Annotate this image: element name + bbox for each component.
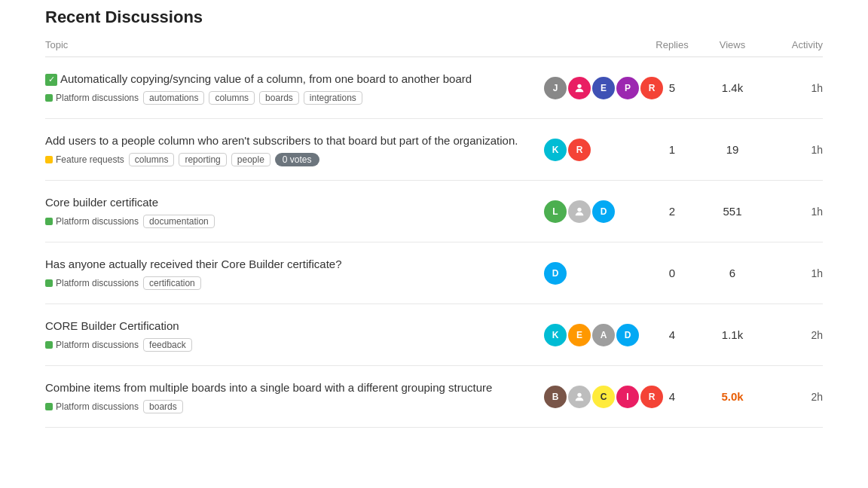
avatars-section: D <box>544 262 642 285</box>
tag[interactable]: boards <box>143 400 183 413</box>
category-dot <box>45 341 53 349</box>
avatars-section: KR <box>544 139 642 161</box>
replies-count: 4 <box>642 390 702 403</box>
avatar: I <box>616 386 639 408</box>
avatar: K <box>544 324 567 346</box>
tag[interactable]: boards <box>259 91 299 105</box>
replies-count: 1 <box>642 143 702 156</box>
activity-time: 1h <box>763 206 823 218</box>
avatar <box>568 386 591 408</box>
category-badge[interactable]: Platform discussions <box>45 93 139 103</box>
tag[interactable]: automations <box>143 91 204 105</box>
table-row: CORE Builder CertificationPlatform discu… <box>45 304 823 366</box>
solved-icon <box>45 74 57 86</box>
topic-title[interactable]: Combine items from multiple boards into … <box>45 380 532 395</box>
category-dot <box>45 218 53 225</box>
page-title: Recent Discussions <box>45 8 823 27</box>
vote-badge[interactable]: 0 votes <box>275 153 319 166</box>
avatar: C <box>592 386 615 408</box>
avatar: E <box>568 324 591 346</box>
category-dot <box>45 156 53 163</box>
topic-title[interactable]: Add users to a people column who aren't … <box>45 133 532 148</box>
activity-time: 2h <box>763 391 823 403</box>
replies-count: 0 <box>642 267 702 279</box>
avatar: E <box>592 77 615 99</box>
meta-row: Platform discussionsfeedback <box>45 338 532 352</box>
topic-section: Automatically copying/syncing value of a… <box>45 71 544 105</box>
avatar: J <box>544 77 567 99</box>
col-header-views: Views <box>702 39 763 50</box>
category-badge[interactable]: Platform discussions <box>45 216 139 227</box>
avatar: B <box>544 386 567 408</box>
discussions-list: Automatically copying/syncing value of a… <box>45 57 823 428</box>
replies-count: 2 <box>642 205 702 218</box>
table-row: Core builder certificatePlatform discuss… <box>45 181 823 242</box>
category-dot <box>45 279 53 287</box>
topic-section: CORE Builder CertificationPlatform discu… <box>45 318 544 352</box>
topic-section: Add users to a people column who aren't … <box>45 133 544 166</box>
category-badge[interactable]: Platform discussions <box>45 401 139 412</box>
avatars-section: LD <box>544 200 642 223</box>
meta-row: Platform discussionsboards <box>45 400 532 413</box>
col-header-activity: Activity <box>763 39 823 50</box>
tag[interactable]: certification <box>143 276 201 290</box>
views-count: 551 <box>702 205 763 218</box>
meta-row: Platform discussionsautomationscolumnsbo… <box>45 91 532 105</box>
avatar: D <box>592 200 615 223</box>
avatar: K <box>544 139 567 161</box>
avatars-section: KEAD <box>544 324 642 346</box>
tag[interactable]: documentation <box>143 215 215 228</box>
avatar <box>568 77 591 99</box>
category-badge[interactable]: Feature requests <box>45 154 124 165</box>
meta-row: Platform discussionsdocumentation <box>45 215 532 228</box>
category-dot <box>45 403 53 410</box>
svg-point-2 <box>577 392 581 396</box>
replies-count: 5 <box>642 81 702 94</box>
col-header-replies: Replies <box>642 39 702 50</box>
table-row: Combine items from multiple boards into … <box>45 366 823 428</box>
topic-title[interactable]: CORE Builder Certification <box>45 318 532 334</box>
topic-title[interactable]: Has anyone actually received their Core … <box>45 256 532 272</box>
svg-point-1 <box>577 207 581 211</box>
tag[interactable]: reporting <box>179 153 226 166</box>
avatar: L <box>544 200 567 223</box>
svg-point-0 <box>577 84 581 87</box>
col-header-topic: Topic <box>45 39 544 50</box>
views-count: 6 <box>702 267 763 279</box>
tag[interactable]: columns <box>129 153 175 166</box>
avatar: P <box>616 77 639 99</box>
meta-row: Feature requestscolumnsreportingpeople0 … <box>45 153 532 166</box>
views-count: 1.1k <box>702 328 763 341</box>
views-count: 19 <box>702 143 763 156</box>
table-row: Has anyone actually received their Core … <box>45 242 823 304</box>
avatar: R <box>568 139 591 161</box>
topic-title[interactable]: Core builder certificate <box>45 194 532 210</box>
avatars-section: BCIR <box>544 386 642 408</box>
tag[interactable]: feedback <box>143 338 192 352</box>
replies-count: 4 <box>642 328 702 341</box>
avatar: D <box>544 262 567 285</box>
topic-section: Has anyone actually received their Core … <box>45 256 544 290</box>
category-badge[interactable]: Platform discussions <box>45 340 139 350</box>
table-row: Automatically copying/syncing value of a… <box>45 57 823 119</box>
topic-section: Core builder certificatePlatform discuss… <box>45 194 544 228</box>
avatar: A <box>592 324 615 346</box>
table-row: Add users to a people column who aren't … <box>45 119 823 181</box>
avatars-section: JEPR <box>544 77 642 99</box>
topic-title[interactable]: Automatically copying/syncing value of a… <box>45 71 532 87</box>
activity-time: 1h <box>763 144 823 156</box>
tag[interactable]: people <box>231 153 270 166</box>
tag[interactable]: columns <box>209 91 255 105</box>
activity-time: 1h <box>763 82 823 94</box>
table-header: Topic Replies Views Activity <box>45 39 823 57</box>
tag[interactable]: integrations <box>304 91 362 105</box>
category-badge[interactable]: Platform discussions <box>45 278 139 288</box>
activity-time: 2h <box>763 329 823 341</box>
meta-row: Platform discussionscertification <box>45 276 532 290</box>
avatar <box>568 200 591 223</box>
views-count: 5.0k <box>702 390 763 403</box>
avatar: D <box>616 324 639 346</box>
views-count: 1.4k <box>702 81 763 94</box>
activity-time: 1h <box>763 267 823 279</box>
category-dot <box>45 94 53 102</box>
